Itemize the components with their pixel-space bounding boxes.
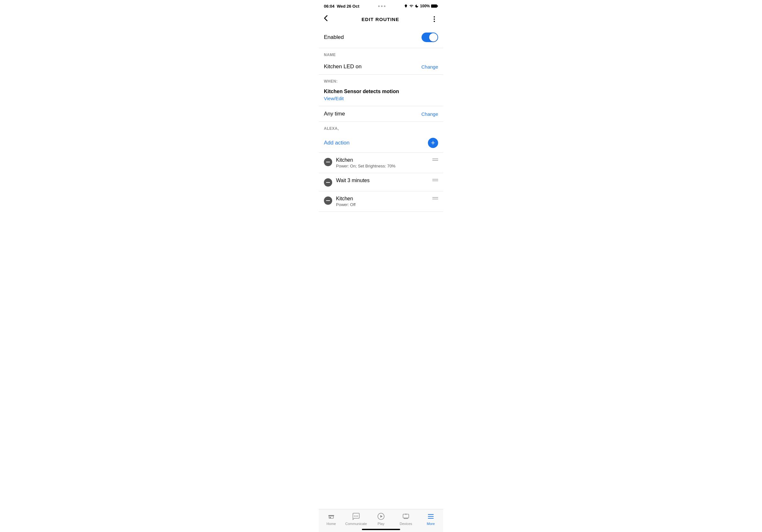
status-time: 06:04 Wed 26 Oct (324, 4, 359, 9)
drag-handle[interactable] (432, 179, 438, 181)
svg-rect-0 (431, 4, 437, 8)
action-left: Kitchen Power: Off (324, 196, 355, 207)
content-area: Enabled NAME Kitchen LED on Change WHEN:… (319, 27, 443, 212)
actions-list: Kitchen Power: On; Set Brightness: 70% W… (319, 153, 443, 212)
wifi-icon (409, 4, 414, 8)
when-section-label: WHEN: (319, 75, 443, 86)
remove-action-button[interactable] (324, 158, 332, 166)
name-section-label: NAME (319, 48, 443, 59)
top-nav: EDIT ROUTINE (319, 12, 443, 27)
time-row: Any time Change (319, 106, 443, 122)
trigger-text: Kitchen Sensor detects motion (324, 89, 438, 95)
enabled-label: Enabled (324, 34, 344, 40)
action-name: Wait 3 minutes (336, 178, 369, 183)
action-left: Kitchen Power: On; Set Brightness: 70% (324, 157, 395, 168)
alexa-section-label: ALEXA, (319, 122, 443, 133)
battery-icon (431, 4, 438, 8)
action-item: Kitchen Power: Off (319, 191, 443, 212)
change-time-button[interactable]: Change (421, 111, 438, 117)
drag-handle[interactable] (432, 159, 438, 161)
status-bar: 06:04 Wed 26 Oct 100% (319, 0, 443, 12)
action-item: Kitchen Power: On; Set Brightness: 70% (319, 153, 443, 173)
enabled-toggle[interactable] (421, 33, 438, 42)
change-name-button[interactable]: Change (421, 64, 438, 70)
add-action-button[interactable]: + (428, 138, 438, 148)
action-item: Wait 3 minutes (319, 173, 443, 191)
remove-action-button[interactable] (324, 196, 332, 205)
action-name: Kitchen (336, 196, 355, 202)
moon-icon (415, 4, 419, 8)
routine-name: Kitchen LED on (324, 63, 361, 70)
action-left: Wait 3 minutes (324, 178, 369, 187)
when-trigger-row: Kitchen Sensor detects motion View/Edit (319, 86, 443, 106)
view-edit-button[interactable]: View/Edit (324, 96, 344, 101)
action-text: Kitchen Power: On; Set Brightness: 70% (336, 157, 395, 168)
action-text: Kitchen Power: Off (336, 196, 355, 207)
add-action-row: Add action + (319, 133, 443, 153)
status-icons: 100% (404, 4, 438, 8)
location-icon (404, 4, 408, 8)
action-text: Wait 3 minutes (336, 178, 369, 183)
svg-rect-1 (437, 5, 438, 7)
battery-percent: 100% (420, 4, 430, 8)
remove-action-button[interactable] (324, 178, 332, 187)
name-row: Kitchen LED on Change (319, 59, 443, 75)
action-name: Kitchen (336, 157, 395, 163)
action-detail: Power: On; Set Brightness: 70% (336, 164, 395, 168)
time-value: Any time (324, 111, 345, 117)
center-dots (378, 5, 385, 7)
add-action-text[interactable]: Add action (324, 140, 349, 146)
page-title: EDIT ROUTINE (330, 17, 430, 22)
drag-handle[interactable] (432, 197, 438, 199)
action-detail: Power: Off (336, 202, 355, 207)
enabled-row: Enabled (319, 27, 443, 48)
back-button[interactable] (324, 15, 330, 23)
more-button[interactable] (430, 16, 438, 22)
